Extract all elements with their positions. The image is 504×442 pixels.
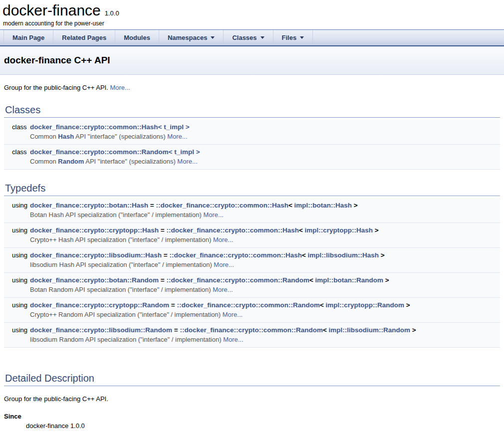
page-title: docker-finance C++ API bbox=[4, 55, 504, 66]
member-description: Botan Hash API specialization ("interfac… bbox=[30, 209, 500, 219]
target-class-link[interactable]: ::docker_finance::crypto::common::Random bbox=[177, 301, 320, 309]
tab-main-page[interactable]: Main Page bbox=[3, 30, 53, 45]
equals-sign: = bbox=[148, 202, 156, 209]
more-link[interactable]: More... bbox=[214, 261, 234, 268]
tab-modules[interactable]: Modules bbox=[115, 30, 159, 45]
equals-sign: = bbox=[159, 226, 166, 234]
table-row: class docker_finance::crypto::common::Ha… bbox=[4, 119, 500, 145]
classes-heading: Classes bbox=[4, 104, 500, 118]
more-link[interactable]: More... bbox=[213, 286, 233, 293]
template-open: < bbox=[320, 301, 326, 309]
member-description: Common Hash API "interface" (specializat… bbox=[30, 131, 500, 140]
more-link[interactable]: More... bbox=[213, 236, 233, 243]
equals-sign: = bbox=[162, 251, 169, 259]
impl-class-link[interactable]: impl::botan::Random bbox=[315, 276, 383, 284]
impl-class-link[interactable]: impl::cryptopp::Hash bbox=[305, 226, 373, 234]
project-version: 1.0.0 bbox=[105, 9, 119, 17]
template-close: > bbox=[383, 276, 389, 284]
intro-paragraph: Group for the public-facing C++ API. Mor… bbox=[4, 84, 500, 91]
since-label: Since bbox=[4, 413, 500, 420]
project-brief: modern accounting for the power-user bbox=[2, 19, 504, 29]
chevron-down-icon bbox=[260, 36, 264, 39]
tab-label: Related Pages bbox=[62, 34, 106, 41]
template-close: > bbox=[373, 226, 379, 234]
desc-text: Botan Random API specialization ("interf… bbox=[30, 286, 213, 293]
tab-label: Namespaces bbox=[168, 34, 208, 41]
detailed-description-heading: Detailed Description bbox=[4, 373, 500, 386]
tab-label: Modules bbox=[124, 34, 150, 41]
member-kind: using bbox=[4, 226, 30, 234]
classes-table: class docker_finance::crypto::common::Ha… bbox=[4, 119, 500, 170]
more-link[interactable]: More... bbox=[223, 336, 243, 343]
desc-text: Common bbox=[30, 158, 58, 165]
equals-sign: = bbox=[172, 326, 180, 334]
tab-related-pages[interactable]: Related Pages bbox=[53, 30, 115, 45]
class-link[interactable]: Hash bbox=[58, 133, 74, 140]
member-kind: using bbox=[4, 301, 30, 309]
chevron-down-icon bbox=[211, 36, 215, 39]
tab-namespaces[interactable]: Namespaces bbox=[159, 30, 224, 45]
since-block: Since docker-finance 1.0.0 bbox=[4, 413, 500, 430]
target-class-link[interactable]: ::docker_finance::crypto::common::Hash bbox=[156, 202, 288, 209]
member-description: Crypto++ Hash API specialization ("inter… bbox=[30, 234, 500, 243]
desc-text: Crypto++ Hash API specialization ("inter… bbox=[30, 236, 213, 243]
tab-files[interactable]: Files bbox=[273, 30, 313, 45]
detailed-paragraph: Group for the public-facing C++ API. bbox=[4, 395, 500, 403]
impl-class-link[interactable]: impl::libsodium::Random bbox=[329, 326, 410, 334]
equals-sign: = bbox=[169, 301, 177, 309]
equals-sign: = bbox=[159, 276, 166, 284]
tab-label: Files bbox=[282, 34, 297, 41]
more-link[interactable]: More... bbox=[223, 311, 243, 318]
target-class-link[interactable]: ::docker_finance::crypto::common::Random bbox=[180, 326, 323, 334]
member-kind: using bbox=[4, 202, 30, 209]
chevron-down-icon bbox=[300, 36, 304, 39]
member-description: Botan Random API specialization ("interf… bbox=[30, 284, 500, 293]
member-description: libsodium Hash API specialization ("inte… bbox=[30, 259, 500, 268]
table-row: using docker_finance::crypto::botan::Ran… bbox=[4, 273, 500, 298]
typedef-link[interactable]: docker_finance::crypto::libsodium::Hash bbox=[30, 251, 162, 259]
table-row: using docker_finance::crypto::cryptopp::… bbox=[4, 223, 500, 248]
class-link[interactable]: Random bbox=[58, 158, 84, 165]
desc-text: Common bbox=[30, 133, 58, 140]
impl-class-link[interactable]: impl::cryptopp::Random bbox=[326, 301, 405, 309]
impl-class-link[interactable]: impl::libsodium::Hash bbox=[308, 251, 379, 259]
more-link[interactable]: More... bbox=[167, 133, 187, 140]
title-area: docker-finance 1.0.0 modern accounting f… bbox=[0, 0, 504, 29]
detailed-description-section: Detailed Description Group for the publi… bbox=[4, 373, 500, 430]
desc-text: Crypto++ Random API specialization ("int… bbox=[30, 311, 223, 318]
member-description: Common Random API "interface" (specializ… bbox=[30, 156, 500, 165]
more-link[interactable]: More... bbox=[203, 211, 223, 219]
table-row: using docker_finance::crypto::botan::Has… bbox=[4, 198, 500, 223]
template-open: < bbox=[299, 226, 305, 234]
template-open: < bbox=[323, 326, 329, 334]
typedef-link[interactable]: docker_finance::crypto::botan::Hash bbox=[30, 202, 148, 209]
member-description: Crypto++ Random API specialization ("int… bbox=[30, 309, 500, 318]
typedefs-table: using docker_finance::crypto::botan::Has… bbox=[4, 198, 500, 348]
since-value: docker-finance 1.0.0 bbox=[26, 422, 500, 430]
project-name: docker-finance bbox=[2, 2, 101, 19]
target-class-link[interactable]: ::docker_finance::crypto::common::Hash bbox=[166, 226, 299, 234]
tab-classes[interactable]: Classes bbox=[224, 30, 273, 45]
more-link[interactable]: More... bbox=[110, 84, 130, 91]
typedef-link[interactable]: docker_finance::crypto::libsodium::Rando… bbox=[30, 326, 172, 334]
template-open: < bbox=[309, 276, 315, 284]
impl-class-link[interactable]: impl::botan::Hash bbox=[294, 202, 352, 209]
typedef-link[interactable]: docker_finance::crypto::cryptopp::Random bbox=[30, 301, 169, 309]
target-class-link[interactable]: ::docker_finance::crypto::common::Random bbox=[166, 276, 309, 284]
more-link[interactable]: More... bbox=[177, 158, 197, 165]
tab-label: Classes bbox=[232, 34, 256, 41]
typedef-link[interactable]: docker_finance::crypto::cryptopp::Hash bbox=[30, 226, 159, 234]
page-header: docker-finance C++ API bbox=[0, 46, 504, 75]
template-close: > bbox=[379, 251, 385, 259]
class-link[interactable]: docker_finance::crypto::common::Random< … bbox=[30, 148, 200, 156]
typedef-link[interactable]: docker_finance::crypto::botan::Random bbox=[30, 276, 159, 284]
member-kind: using bbox=[4, 326, 30, 334]
target-class-link[interactable]: ::docker_finance::crypto::common::Hash bbox=[169, 251, 302, 259]
contents: Group for the public-facing C++ API. Mor… bbox=[0, 84, 504, 430]
class-link[interactable]: docker_finance::crypto::common::Hash< t_… bbox=[30, 123, 190, 131]
table-row: using docker_finance::crypto::libsodium:… bbox=[4, 323, 500, 348]
desc-text: Botan Hash API specialization ("interfac… bbox=[30, 211, 203, 219]
template-close: > bbox=[410, 326, 416, 334]
table-row: using docker_finance::crypto::libsodium:… bbox=[4, 248, 500, 273]
member-kind: using bbox=[4, 276, 30, 284]
